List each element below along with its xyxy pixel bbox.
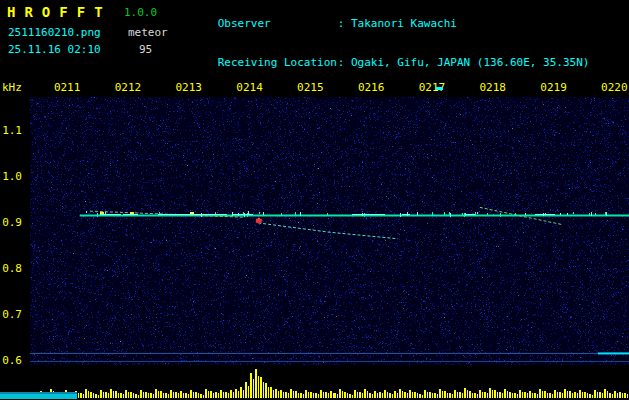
freq-tick-label: 1.1 (2, 124, 22, 137)
output-filename: 2511160210.png (8, 26, 101, 39)
info-row-observer: Observer: Takanori Kawachi (178, 4, 589, 43)
time-tick-label: 0212 (115, 81, 142, 94)
freq-axis-unit: kHz (2, 81, 22, 94)
hrofft-app: HROFFT 1.0.0 2511160210.png meteor 25.11… (0, 0, 629, 400)
info-value: : Takanori Kawachi (338, 17, 457, 30)
info-value: : Ogaki, Gifu, JAPAN (136.60E, 35.35N) (338, 56, 590, 69)
info-label: Observer (218, 17, 338, 30)
bottom-left-level-bar (0, 392, 77, 399)
freq-tick-label: 0.7 (2, 308, 22, 321)
echo-count: 95 (139, 43, 152, 56)
app-version: 1.0.0 (124, 6, 157, 19)
time-tick-label: 0219 (540, 81, 567, 94)
time-tick-label: 0220 (601, 81, 628, 94)
spectrogram-canvas (30, 97, 629, 365)
time-tick-label: 0218 (479, 81, 506, 94)
freq-tick-label: 0.9 (2, 216, 22, 229)
timestamp-label: 25.11.16 02:10 (8, 43, 101, 56)
info-row-location: Receiving Location: Ogaki, Gifu, JAPAN (… (178, 43, 589, 82)
top-axis-cyan-mark (436, 87, 443, 90)
app-title: HROFFT (7, 4, 112, 20)
time-tick-label: 0213 (175, 81, 202, 94)
mode-label: meteor (128, 26, 168, 39)
info-label: Receiving Location (218, 56, 338, 69)
time-tick-label: 0214 (236, 81, 263, 94)
freq-tick-label: 0.8 (2, 262, 22, 275)
time-tick-label: 0215 (297, 81, 324, 94)
freq-tick-label: 1.0 (2, 170, 22, 183)
time-tick-label: 0211 (54, 81, 81, 94)
freq-tick-label: 0.6 (2, 354, 22, 367)
activity-bars-canvas (30, 368, 629, 398)
time-tick-label: 0216 (358, 81, 385, 94)
